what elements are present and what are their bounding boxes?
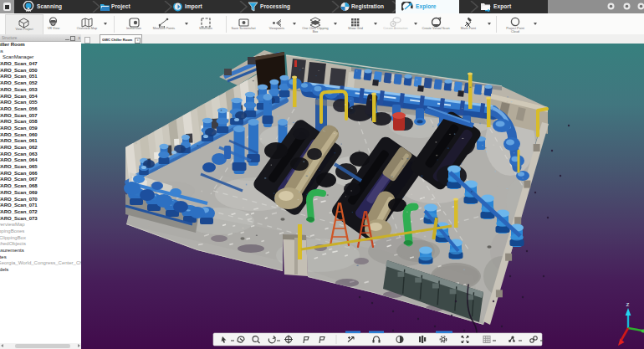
svg-text:z: z [626,300,630,308]
